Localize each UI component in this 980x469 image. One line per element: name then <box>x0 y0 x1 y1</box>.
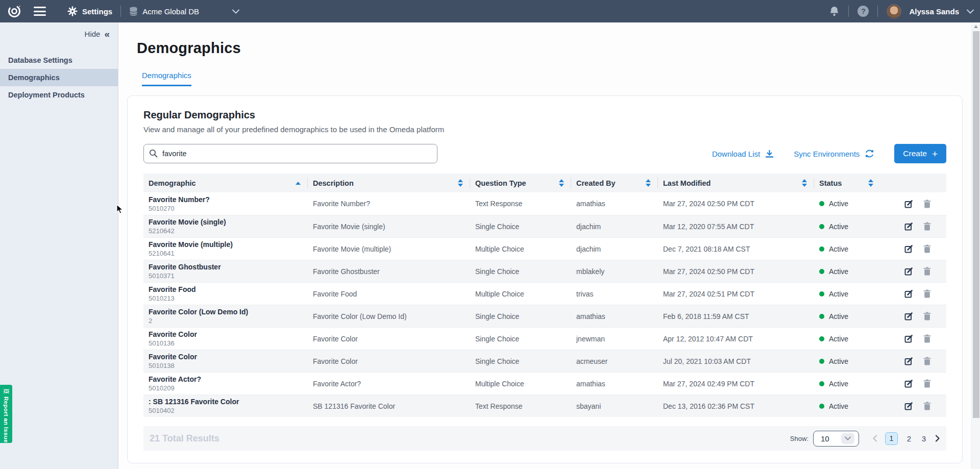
sort-icon[interactable] <box>868 179 873 187</box>
main-content: Demographics Demographics Regular Demogr… <box>119 22 971 469</box>
download-list-button[interactable]: Download List <box>712 149 774 158</box>
edit-icon[interactable] <box>904 244 913 253</box>
column-header[interactable]: Created By <box>571 174 658 192</box>
sort-icon[interactable] <box>296 182 301 185</box>
database-name: Acme Global DB <box>142 7 199 16</box>
edit-icon[interactable] <box>904 200 913 208</box>
edit-icon[interactable] <box>904 334 913 343</box>
page-button-2[interactable]: 2 <box>905 434 913 443</box>
cell-description: Favorite Movie (single) <box>308 220 470 233</box>
cell-question-type: Single Choice <box>470 332 571 345</box>
cell-last-modified: Mar 27, 2024 02:50 PM CDT <box>658 197 814 210</box>
delete-icon[interactable] <box>923 289 931 298</box>
database-icon <box>129 7 138 16</box>
delete-icon[interactable] <box>923 357 931 365</box>
report-an-issue-button[interactable]: Report an Issue <box>0 385 12 443</box>
sidebar-hide-button[interactable]: Hide « <box>0 22 118 52</box>
delete-icon[interactable] <box>923 200 931 208</box>
sync-environments-button[interactable]: Sync Environments <box>794 149 875 158</box>
sidebar-item-database-settings[interactable]: Database Settings <box>0 52 118 69</box>
topbar-divider <box>877 6 878 17</box>
delete-icon[interactable] <box>923 379 931 388</box>
cell-last-modified: Mar 27, 2024 02:49 PM CDT <box>658 377 814 390</box>
next-page-icon[interactable] <box>935 435 940 442</box>
sidebar-nav: Database Settings Demographics Deploymen… <box>0 52 118 104</box>
sort-icon[interactable] <box>559 179 564 187</box>
sort-icon[interactable] <box>458 179 463 187</box>
demographic-id: 5010209 <box>149 384 301 392</box>
help-icon[interactable]: ? <box>857 6 869 17</box>
page-size-select[interactable]: 10 <box>813 431 859 447</box>
pagination: 1 2 3 <box>872 432 940 445</box>
card-subtitle: View and manage all of your predefined d… <box>143 125 946 134</box>
cell-demographic: Favorite Movie (single) 5210642 <box>143 215 308 237</box>
cell-status: Active <box>814 400 880 413</box>
vertical-scrollbar[interactable] <box>971 22 980 469</box>
regular-demographics-card: Regular Demographics View and manage all… <box>127 95 963 463</box>
status-active-dot <box>819 336 824 341</box>
avatar[interactable] <box>887 4 901 19</box>
page-button-1[interactable]: 1 <box>885 432 898 445</box>
demographic-name: Favorite Movie (multiple) <box>149 240 301 249</box>
delete-icon[interactable] <box>923 244 931 253</box>
delete-icon[interactable] <box>923 312 931 320</box>
cell-question-type: Text Response <box>470 197 571 210</box>
edit-icon[interactable] <box>904 402 913 410</box>
column-header[interactable]: Status <box>814 174 880 192</box>
cell-last-modified: Feb 6, 2018 11:59 AM CST <box>658 310 814 323</box>
column-header[interactable]: Description <box>308 174 470 192</box>
user-menu-chevron-icon[interactable] <box>967 9 974 14</box>
table-row: Favorite Color 5010138 Favorite Color Si… <box>143 350 946 372</box>
cell-last-modified: Jul 20, 2021 10:03 AM CDT <box>658 355 814 368</box>
edit-icon[interactable] <box>904 312 913 320</box>
search-box <box>143 144 437 163</box>
download-list-label: Download List <box>712 150 760 158</box>
column-header[interactable]: Question Type <box>470 174 571 192</box>
search-input[interactable] <box>143 144 437 163</box>
cell-demographic: Favorite Color (Low Demo Id) 2 <box>143 305 308 327</box>
sidebar-item-deployment-products[interactable]: Deployment Products <box>0 86 118 104</box>
cell-demographic: Favorite Food 5010213 <box>143 283 308 305</box>
sort-icon[interactable] <box>646 179 651 187</box>
column-header[interactable]: Demographic <box>143 174 308 192</box>
search-icon <box>149 149 158 158</box>
cell-actions <box>880 219 946 233</box>
hamburger-menu-icon[interactable] <box>34 7 46 16</box>
tab-demographics[interactable]: Demographics <box>142 71 191 86</box>
sidebar: Hide « Database Settings Demographics De… <box>0 22 118 469</box>
sort-icon[interactable] <box>802 179 807 187</box>
cell-actions <box>880 197 946 211</box>
delete-icon[interactable] <box>923 402 931 410</box>
edit-icon[interactable] <box>904 222 913 231</box>
edit-icon[interactable] <box>904 357 913 365</box>
omeda-logo-icon[interactable] <box>7 4 21 18</box>
cell-created-by: amathias <box>571 310 658 323</box>
cell-last-modified: Dec 7, 2021 08:18 AM CST <box>658 242 814 256</box>
delete-icon[interactable] <box>923 334 931 343</box>
delete-icon[interactable] <box>923 267 931 276</box>
cell-demographic: Favorite Number? 5010270 <box>143 193 308 215</box>
scrollbar-thumb[interactable] <box>973 31 979 418</box>
scrollbar-up-arrow[interactable] <box>972 22 980 31</box>
edit-icon[interactable] <box>904 267 913 276</box>
demographic-id: 2 <box>149 317 301 325</box>
cell-created-by: trivas <box>571 287 658 301</box>
sidebar-item-demographics[interactable]: Demographics <box>0 69 118 86</box>
topbar-right: ? Alyssa Sands <box>829 4 974 19</box>
database-selector[interactable]: Acme Global DB <box>129 7 239 16</box>
demographic-name: : SB 121316 Favorite Color <box>149 398 301 406</box>
edit-icon[interactable] <box>904 289 913 298</box>
status-label: Active <box>829 245 848 253</box>
settings-app[interactable]: Settings <box>67 6 112 16</box>
cell-question-type: Single Choice <box>470 220 571 233</box>
cell-status: Active <box>814 197 880 210</box>
column-header[interactable]: Last Modified <box>658 174 814 192</box>
delete-icon[interactable] <box>923 222 931 231</box>
cell-status: Active <box>814 265 880 278</box>
page-button-3[interactable]: 3 <box>920 434 927 443</box>
prev-page-icon[interactable] <box>872 435 877 442</box>
notifications-bell-icon[interactable] <box>829 6 840 17</box>
cell-actions <box>880 264 946 278</box>
create-button[interactable]: Create + <box>894 144 946 163</box>
edit-icon[interactable] <box>904 379 913 388</box>
